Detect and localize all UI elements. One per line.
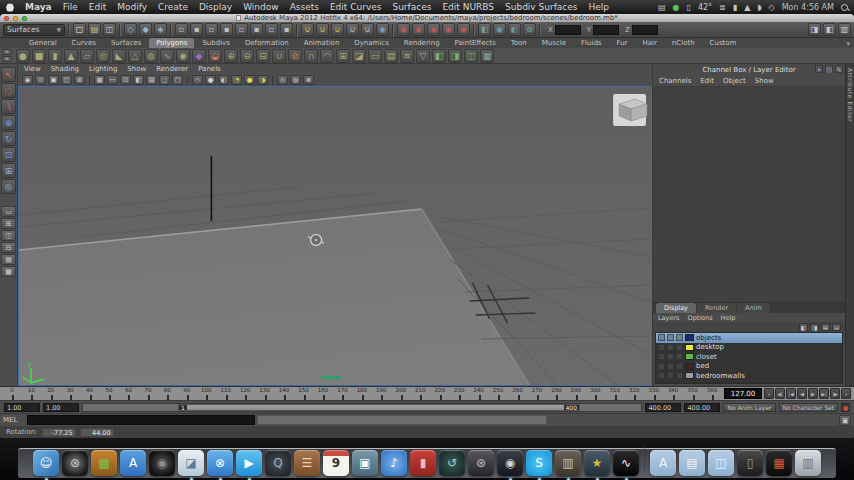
dock-app-icon[interactable]: ♪ [381,450,407,476]
playback-button[interactable]: |▶ [830,388,840,399]
tool-button[interactable]: ⊞ [1,163,16,178]
shelf-item-icon[interactable]: ≋ [400,49,414,63]
layer-color-swatch[interactable] [685,363,694,370]
dock-app-icon[interactable]: ⊛ [62,450,88,476]
shelf-item-icon[interactable]: ▱ [80,49,94,63]
selection-mask-icon[interactable]: ▪ [280,23,293,36]
menubar-item[interactable]: Assets [290,2,319,12]
render-icon[interactable]: ◧ [478,23,491,36]
shelf-item-icon[interactable]: △ [128,49,142,63]
layer-editor-toolbar-icon[interactable]: ⊟ [832,323,841,331]
layer-editor-toolbar-icon[interactable]: ◧ [799,323,808,331]
shelf-item-icon[interactable]: ◨ [448,49,462,63]
panel-toolbar-icon[interactable]: ◧ [133,75,144,85]
tool-button[interactable]: ⊡ [1,147,16,162]
shelf-item-icon[interactable]: ▤ [384,49,398,63]
layer-editor-tab[interactable]: Display [656,303,696,313]
shelf-item-icon[interactable]: ◫ [464,49,478,63]
mel-input[interactable] [27,415,255,425]
dock-place-icon[interactable]: ▦ [766,450,792,476]
dock-app-icon[interactable]: A [120,450,146,476]
history-icon[interactable]: ◉ [427,23,440,36]
shelf-item-icon[interactable]: ∿ [160,49,174,63]
channel-box-menu-item[interactable]: Object [723,77,746,85]
shelf-item-icon[interactable]: ◧ [432,49,446,63]
selection-mode-icon[interactable]: ◈ [154,23,167,36]
shelf-item-icon[interactable]: ◪ [352,49,366,63]
apple-menu-icon[interactable] [6,3,14,12]
snap-icon[interactable]: ∪ [346,23,359,36]
panel-toolbar-icon[interactable]: ● [244,75,255,85]
shelf-item-icon[interactable]: ∩ [304,49,318,63]
shelf-tab[interactable]: Deformation [238,38,296,48]
menubar-item[interactable]: Subdiv Surfaces [505,2,578,12]
menu-extra-icon[interactable]: ● [672,3,679,12]
dock-place-icon[interactable]: A [650,450,676,476]
layer-editor-tab[interactable]: Anim [737,303,770,313]
coordinate-input[interactable] [593,25,619,35]
menubar-clock[interactable]: Mon 4:56 AM [782,3,834,12]
current-time-field[interactable]: 127.00 [724,388,762,399]
layout-shortcut-button[interactable]: ▤ [1,254,16,265]
channel-box-mini-icon[interactable]: ◫ [825,65,833,73]
snap-icon[interactable]: ∪ [316,23,329,36]
shelf-tab[interactable]: nCloth [665,38,702,48]
dock-app-icon[interactable]: ▦ [91,450,117,476]
history-icon[interactable]: ◉ [442,23,455,36]
layer-row[interactable]: desktop [656,343,842,353]
playback-button[interactable]: ▶| [819,388,829,399]
file-toolbar-icon[interactable]: ▢ [73,23,86,36]
layer-visibility-toggle[interactable] [658,372,665,379]
dock-app-icon[interactable]: ◉ [149,450,175,476]
render-icon[interactable]: ◉ [493,23,506,36]
menubar-item[interactable]: Create [158,2,188,12]
history-icon[interactable]: ◉ [397,23,410,36]
panel-menu-item[interactable]: Panels [198,65,221,74]
history-icon[interactable]: ◉ [412,23,425,36]
dock-app-icon[interactable]: ∿ [613,450,639,476]
panel-toolbar-icon[interactable]: ◇ [192,75,203,85]
shelf-item-icon[interactable]: ◉ [176,49,190,63]
panel-toolbar-icon[interactable]: ⊞ [74,75,85,85]
playback-button[interactable]: |◀ [786,388,796,399]
menubar-item[interactable]: Edit [89,2,106,12]
spotlight-icon[interactable] [841,4,848,11]
layout-shortcut-button[interactable]: ▦ [1,266,16,277]
file-toolbar-icon[interactable]: ◫ [103,23,116,36]
panel-toolbar-icon[interactable]: ▦ [94,75,105,85]
panel-toolbar-icon[interactable]: ⊡ [120,75,131,85]
panel-toolbar-icon[interactable]: ▣ [48,75,59,85]
channel-box-menu-item[interactable]: Edit [700,77,714,85]
selection-mask-icon[interactable]: ▫ [265,23,278,36]
panel-toolbar-icon[interactable]: ◐ [218,75,229,85]
layer-editor-menu-item[interactable]: Options [688,314,713,322]
history-icon[interactable]: ◉ [457,23,470,36]
shelf-tab[interactable]: PaintEffects [448,38,503,48]
shelf-tab[interactable]: General [22,38,64,48]
panel-menu-item[interactable]: Renderer [156,65,188,74]
dock-app-icon[interactable]: ▶ [236,450,262,476]
sidebar-toggle-icon[interactable]: ▥ [838,23,851,36]
shelf-item-icon[interactable]: ▲ [64,49,78,63]
shelf-item-icon[interactable]: ■ [32,49,46,63]
layer-editor-menu-item[interactable]: Help [721,314,736,322]
layer-playback-toggle[interactable] [667,353,674,360]
channel-box-menu-item[interactable]: Show [755,77,774,85]
layer-visibility-toggle[interactable] [658,353,665,360]
shelf-item-icon[interactable]: ⊖ [240,49,254,63]
shelf-scroll-button[interactable]: ≡ [2,56,12,62]
panel-toolbar-icon[interactable]: ▭ [107,75,118,85]
playback-button[interactable]: ◀| [775,388,785,399]
layer-color-swatch[interactable] [685,353,694,360]
menubar-item[interactable]: Surfaces [392,2,431,12]
menu-extra-icon[interactable]: ▲ [744,3,750,12]
dock-place-icon[interactable]: ▥ [795,450,821,476]
snap-icon[interactable]: ∪ [331,23,344,36]
layer-display-toggle[interactable] [676,353,683,360]
attribute-editor-tab[interactable]: Attribute Editor [847,68,854,386]
layer-visibility-toggle[interactable] [658,363,665,370]
playback-button[interactable]: ◀ [797,388,807,399]
shelf-tab[interactable]: Subdivs [195,38,237,48]
playback-button[interactable]: « [764,388,774,399]
shelf-tab[interactable]: Rendering [397,38,447,48]
